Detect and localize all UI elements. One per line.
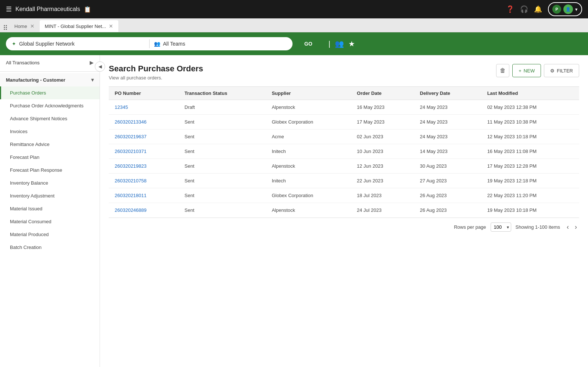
- table-body: 12345 Draft Alpenstock 16 May 2023 24 Ma…: [109, 100, 579, 218]
- app-icon: ☰: [6, 5, 12, 13]
- sidebar-collapse-button[interactable]: ◀: [95, 61, 105, 72]
- sidebar-item-inventory-balance[interactable]: Inventory Balance: [0, 177, 100, 189]
- table-row: 260320210758 Sent Initech 22 Jun 2023 27…: [109, 174, 579, 188]
- po-link[interactable]: 260320246889: [115, 207, 147, 213]
- profile-avatar: 👤: [563, 4, 573, 14]
- po-link[interactable]: 260320218011: [115, 193, 147, 198]
- table-row: 260320218011 Sent Globex Corporation 18 …: [109, 188, 579, 203]
- cell-po-number: 260320219823: [109, 159, 179, 174]
- table-row: 260320210371 Sent Initech 10 Jun 2023 14…: [109, 144, 579, 159]
- search-divider: [149, 39, 150, 48]
- profile-button[interactable]: P 👤 ▾: [548, 2, 582, 16]
- sidebar-item-label: Advance Shipment Notices: [10, 116, 67, 121]
- sidebar-item-label: Material Issued: [10, 206, 42, 211]
- app-title: Kendall Pharmaceuticals: [15, 6, 80, 13]
- sidebar-item-material-consumed[interactable]: Material Consumed: [0, 215, 100, 228]
- sidebar-item-purchase-order-ack[interactable]: Purchase Order Acknowledgments: [0, 99, 100, 112]
- filter-button[interactable]: ⚙ FILTER: [544, 64, 579, 77]
- sidebar-item-label: Remittance Advice: [10, 142, 50, 147]
- po-link[interactable]: 260320219823: [115, 163, 147, 169]
- po-link[interactable]: 260320213346: [115, 119, 147, 125]
- table-header-row: PO Number Transaction Status Supplier Or…: [109, 87, 579, 100]
- cell-delivery-date: 26 Aug 2023: [414, 188, 481, 203]
- table-row: 260320213346 Sent Globex Corporation 17 …: [109, 115, 579, 129]
- tab-mint[interactable]: MINT - Global Supplier Net... ✕: [40, 20, 119, 32]
- cell-supplier: Alpenstock: [266, 100, 351, 115]
- cell-po-number: 260320210758: [109, 174, 179, 188]
- action-buttons: 🗑 + NEW ⚙ FILTER: [496, 64, 579, 77]
- sidebar-item-label: Purchase Order Acknowledgments: [10, 103, 83, 108]
- go-button[interactable]: GO: [297, 38, 320, 50]
- headset-icon[interactable]: 🎧: [520, 5, 528, 13]
- sidebar-section-header[interactable]: Manufacturing - Customer ▾: [0, 73, 100, 86]
- col-supplier: Supplier: [266, 87, 351, 100]
- sidebar-item-remittance[interactable]: Remittance Advice: [0, 138, 100, 151]
- section-chevron: ▾: [91, 77, 94, 83]
- filter-label: FILTER: [557, 68, 573, 74]
- all-transactions-label: All Transactions: [6, 60, 40, 65]
- cell-delivery-date: 27 Aug 2023: [414, 174, 481, 188]
- tab-mint-close[interactable]: ✕: [109, 23, 113, 29]
- apps-grid-icon[interactable]: ⠿: [3, 24, 8, 32]
- help-icon[interactable]: ❓: [506, 5, 514, 13]
- po-link[interactable]: 260320219637: [115, 134, 147, 139]
- content-title-area: Search Purchase Orders View all purchase…: [109, 64, 203, 81]
- cell-last-modified: 02 May 2023 12:38 PM: [481, 100, 579, 115]
- cell-supplier: Globex Corporation: [266, 188, 351, 203]
- cell-status: Sent: [179, 115, 266, 129]
- po-link[interactable]: 12345: [115, 104, 128, 110]
- filter-icon: ⚙: [550, 68, 555, 74]
- search-bar: ✦ Global Supplier Network 👥 All Teams GO…: [0, 32, 588, 55]
- sidebar-item-purchase-orders[interactable]: Purchase Orders: [0, 86, 100, 99]
- sidebar-item-invoices[interactable]: Invoices: [0, 125, 100, 138]
- people-icon[interactable]: 👥: [335, 39, 344, 48]
- cell-order-date: 02 Jun 2023: [351, 129, 414, 144]
- sidebar-item-forecast-plan-response[interactable]: Forecast Plan Response: [0, 164, 100, 177]
- tab-home[interactable]: Home ✕: [9, 20, 40, 32]
- sidebar-item-forecast-plan[interactable]: Forecast Plan: [0, 151, 100, 164]
- next-page-button[interactable]: ›: [573, 222, 579, 232]
- cell-status: Sent: [179, 188, 266, 203]
- rows-per-page-select[interactable]: 100 10 25 50: [491, 222, 511, 232]
- cell-po-number: 260320219637: [109, 129, 179, 144]
- sidebar-item-label: Inventory Balance: [10, 180, 48, 186]
- cell-status: Sent: [179, 203, 266, 218]
- notifications-icon[interactable]: 🔔: [534, 5, 542, 13]
- prev-page-button[interactable]: ‹: [564, 222, 571, 232]
- sidebar-item-inventory-adjustment[interactable]: Inventory Adjustment: [0, 189, 100, 202]
- po-link[interactable]: 260320210758: [115, 178, 147, 184]
- page-title: Search Purchase Orders: [109, 64, 203, 74]
- showing-label: Showing 1-100 items: [516, 224, 560, 230]
- cell-supplier: Initech: [266, 174, 351, 188]
- page-subtitle: View all purchase orders.: [109, 75, 203, 81]
- cell-supplier: Alpenstock: [266, 159, 351, 174]
- cell-delivery-date: 14 May 2023: [414, 144, 481, 159]
- teams-icon: 👥: [154, 41, 160, 47]
- cell-delivery-date: 24 May 2023: [414, 115, 481, 129]
- sidebar-item-label: Invoices: [10, 129, 28, 134]
- top-bar-right: ❓ 🎧 🔔 P 👤 ▾: [506, 2, 582, 16]
- sidebar-item-label: Forecast Plan Response: [10, 167, 62, 173]
- star-icon[interactable]: ★: [348, 39, 355, 48]
- sidebar-item-advance-shipment[interactable]: Advance Shipment Notices: [0, 112, 100, 125]
- delete-button[interactable]: 🗑: [496, 64, 509, 77]
- cell-delivery-date: 24 May 2023: [414, 100, 481, 115]
- cell-order-date: 16 May 2023: [351, 100, 414, 115]
- tab-home-close[interactable]: ✕: [30, 23, 35, 29]
- col-order-date: Order Date: [351, 87, 414, 100]
- po-link[interactable]: 260320210371: [115, 149, 147, 154]
- sidebar-item-material-produced[interactable]: Material Produced: [0, 228, 100, 241]
- separator-icon: |: [329, 40, 330, 48]
- sidebar-item-batch-creation[interactable]: Batch Creation: [0, 241, 100, 254]
- tab-home-label: Home: [14, 24, 27, 29]
- sidebar-item-material-issued[interactable]: Material Issued: [0, 202, 100, 215]
- sidebar-all-transactions[interactable]: All Transactions ▶: [0, 55, 100, 70]
- pagination: Rows per page 100 10 25 50 Showing 1-100…: [109, 218, 579, 236]
- sidebar-item-label: Purchase Orders: [10, 90, 46, 96]
- cell-order-date: 17 May 2023: [351, 115, 414, 129]
- top-bar: ☰ Kendall Pharmaceuticals 📋 ❓ 🎧 🔔 P 👤 ▾: [0, 0, 588, 18]
- sidebar-item-label: Material Consumed: [10, 219, 51, 224]
- new-button[interactable]: + NEW: [512, 64, 541, 77]
- table-header: PO Number Transaction Status Supplier Or…: [109, 87, 579, 100]
- sidebar-item-label: Material Produced: [10, 232, 49, 237]
